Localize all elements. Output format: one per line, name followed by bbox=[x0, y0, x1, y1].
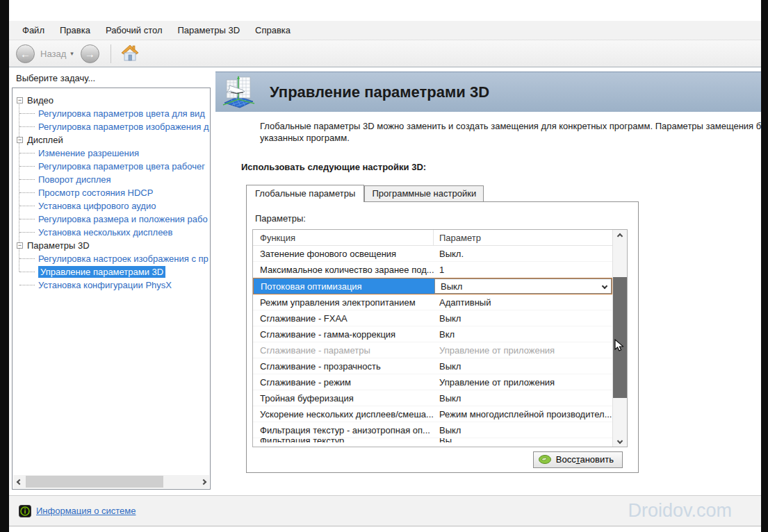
cell-value[interactable]: Адаптивный bbox=[434, 297, 612, 308]
tree-item-label[interactable]: Регулировка размера и положения рабо bbox=[38, 214, 208, 224]
cell-value[interactable]: Выкл bbox=[434, 393, 612, 404]
cell-value[interactable]: Выкл. bbox=[434, 249, 612, 259]
back-button[interactable]: ← bbox=[16, 44, 35, 63]
scroll-right-button[interactable] bbox=[197, 475, 209, 488]
task-sidebar: Выберите задачу... − Видео Регулировка п… bbox=[9, 67, 212, 495]
restore-button[interactable]: Восстановить bbox=[533, 451, 623, 468]
cell-function[interactable]: Потоковая оптимизация bbox=[254, 279, 434, 294]
cell-function[interactable]: Сглаживание - гамма-коррекция bbox=[253, 329, 434, 340]
description-line-1: Глобальные параметры 3D можно заменить и… bbox=[260, 120, 761, 132]
table-row[interactable]: Сглаживание - FXAA Выкл bbox=[253, 310, 612, 326]
tree-item[interactable]: Просмотр состояния HDCP bbox=[17, 186, 210, 199]
cell-function[interactable]: Ускорение нескольких дисплеев/смеша... bbox=[253, 409, 434, 419]
cell-value[interactable]: Выкл bbox=[434, 313, 612, 324]
tree-item[interactable]: Регулировка параметров цвета рабочег bbox=[17, 160, 210, 173]
cell-value[interactable]: Вы bbox=[434, 438, 612, 442]
cell-function[interactable]: Сглаживание - FXAA bbox=[253, 313, 434, 324]
tree-item[interactable]: Регулировка настроек изображения с пр bbox=[17, 252, 210, 265]
table-row[interactable]: Сглаживание - прозрачность Выкл bbox=[253, 358, 612, 374]
system-info-link[interactable]: Информация о системе bbox=[36, 506, 136, 516]
tree-content: − Видео Регулировка параметров цвета для… bbox=[13, 88, 210, 292]
cell-value[interactable]: Управление от приложения bbox=[434, 377, 612, 388]
scroll-left-button[interactable] bbox=[13, 475, 25, 488]
tree-item-label[interactable]: Просмотр состояния HDCP bbox=[38, 188, 153, 198]
home-button[interactable] bbox=[121, 44, 139, 64]
table-row[interactable]: Режим управления электропитанием Адаптив… bbox=[253, 294, 612, 310]
table-row-clipped[interactable]: Фильтрация текстур Вы bbox=[253, 438, 612, 442]
scrollbar-thumb[interactable] bbox=[613, 277, 627, 398]
table-row[interactable]: Тройная буферизация Выкл bbox=[253, 390, 612, 406]
cell-value[interactable]: Режим многодисплейной производител... bbox=[434, 409, 612, 419]
forward-button[interactable]: → bbox=[81, 44, 99, 63]
tree-item-label[interactable]: Установка нескольких дисплеев bbox=[38, 227, 173, 238]
menu-bar: Файл Правка Рабочий стол Параметры 3D Сп… bbox=[9, 21, 761, 40]
menu-help[interactable]: Справка bbox=[247, 22, 298, 38]
tree-item[interactable]: Установка нескольких дисплеев bbox=[17, 226, 210, 239]
cell-function[interactable]: Сглаживание - прозрачность bbox=[253, 361, 434, 372]
cell-value[interactable]: Вкл bbox=[434, 329, 612, 340]
table-vertical-scrollbar[interactable] bbox=[612, 230, 627, 447]
table-row[interactable]: Сглаживание - режим Управление от прилож… bbox=[253, 374, 612, 390]
menu-3d-settings[interactable]: Параметры 3D bbox=[170, 22, 248, 38]
menu-desktop[interactable]: Рабочий стол bbox=[98, 22, 170, 38]
table-row[interactable]: Затенение фонового освещения Выкл. bbox=[253, 246, 612, 262]
tree-item[interactable]: Изменение разрешения bbox=[17, 147, 210, 160]
cell-function[interactable]: Максимальное количество заранее под... bbox=[253, 265, 434, 275]
cell-function[interactable]: Затенение фонового освещения bbox=[253, 249, 434, 259]
cell-function[interactable]: Режим управления электропитанием bbox=[253, 297, 434, 308]
tree-item-label[interactable]: Управление параметрами 3D bbox=[38, 266, 165, 278]
collapse-icon[interactable]: − bbox=[17, 137, 23, 143]
tree-item-label[interactable]: Регулировка параметров цвета для вид bbox=[38, 108, 205, 119]
page-banner: Управление параметрами 3D bbox=[215, 72, 761, 112]
toolbar-separator bbox=[111, 44, 111, 63]
menu-file[interactable]: Файл bbox=[15, 22, 52, 38]
tree-item-label[interactable]: Установка конфигурации PhysX bbox=[38, 280, 172, 290]
tree-item[interactable]: Регулировка параметров изображения д bbox=[17, 120, 210, 133]
collapse-icon[interactable]: − bbox=[17, 242, 23, 249]
cell-function[interactable]: Сглаживание - режим bbox=[253, 377, 434, 388]
tree-item[interactable]: Установка конфигурации PhysX bbox=[17, 279, 210, 292]
tree-item[interactable]: Регулировка параметров цвета для вид bbox=[17, 107, 210, 120]
value-dropdown[interactable]: Выкл bbox=[434, 279, 612, 294]
tree-group-3d-settings: − Параметры 3D Регулировка настроек изоб… bbox=[17, 239, 210, 292]
tree-item-label[interactable]: Поворот дисплея bbox=[38, 174, 111, 185]
menu-edit[interactable]: Правка bbox=[52, 22, 98, 38]
tree-item[interactable]: Установка цифрового аудио bbox=[17, 199, 210, 213]
tree-item-label[interactable]: Изменение разрешения bbox=[38, 148, 139, 158]
restore-button-row: Восстановить bbox=[533, 451, 623, 468]
scroll-up-button[interactable] bbox=[613, 230, 627, 242]
cell-function: Сглаживание - параметры bbox=[253, 345, 434, 356]
cell-function[interactable]: Тройная буферизация bbox=[253, 393, 434, 404]
scroll-down-button[interactable] bbox=[613, 435, 627, 447]
cell-value[interactable]: Выкл bbox=[434, 425, 612, 435]
table-row[interactable]: Фильтрация текстур - анизотропная оп... … bbox=[253, 422, 612, 438]
scrollbar-thumb[interactable] bbox=[26, 476, 163, 488]
tree-item[interactable]: Поворот дисплея bbox=[17, 173, 210, 186]
tree-item-label[interactable]: Установка цифрового аудио bbox=[38, 201, 156, 211]
tree-item-label[interactable]: Регулировка параметров изображения д bbox=[38, 122, 209, 132]
tree-horizontal-scrollbar[interactable] bbox=[13, 475, 209, 488]
cell-value[interactable]: 1 bbox=[434, 265, 612, 275]
tree-item-label[interactable]: Регулировка параметров цвета рабочег bbox=[38, 161, 205, 172]
restore-label: Восстановить bbox=[556, 454, 614, 465]
cell-function[interactable]: Фильтрация текстур - анизотропная оп... bbox=[253, 425, 434, 435]
chevron-down-icon[interactable] bbox=[602, 283, 607, 289]
collapse-icon[interactable]: − bbox=[17, 97, 23, 103]
cell-function[interactable]: Фильтрация текстур bbox=[253, 438, 434, 442]
cell-value[interactable]: Выкл bbox=[434, 361, 612, 372]
tree-item-selected[interactable]: Управление параметрами 3D bbox=[17, 265, 210, 279]
table-row[interactable]: Максимальное количество заранее под... 1 bbox=[253, 262, 612, 278]
back-history-dropdown-icon[interactable]: ▾ bbox=[70, 50, 74, 57]
table-row[interactable]: Сглаживание - гамма-коррекция Вкл bbox=[253, 326, 612, 342]
tree-node-3d-settings[interactable]: − Параметры 3D bbox=[17, 239, 210, 252]
table-row-selected[interactable]: Потоковая оптимизация Выкл bbox=[253, 278, 612, 294]
tab-global-settings[interactable]: Глобальные параметры bbox=[246, 185, 364, 202]
titlebar-space bbox=[9, 0, 761, 21]
tree-node-display[interactable]: − Дисплей bbox=[17, 133, 210, 147]
tree-item-label[interactable]: Регулировка настроек изображения с пр bbox=[38, 253, 209, 264]
app-window: Файл Правка Рабочий стол Параметры 3D Сп… bbox=[9, 0, 761, 532]
tree-item[interactable]: Регулировка размера и положения рабо bbox=[17, 213, 210, 226]
tree-node-video[interactable]: − Видео bbox=[17, 94, 210, 107]
table-row[interactable]: Ускорение нескольких дисплеев/смеша... Р… bbox=[253, 406, 612, 422]
tab-program-settings[interactable]: Программные настройки bbox=[364, 185, 484, 201]
